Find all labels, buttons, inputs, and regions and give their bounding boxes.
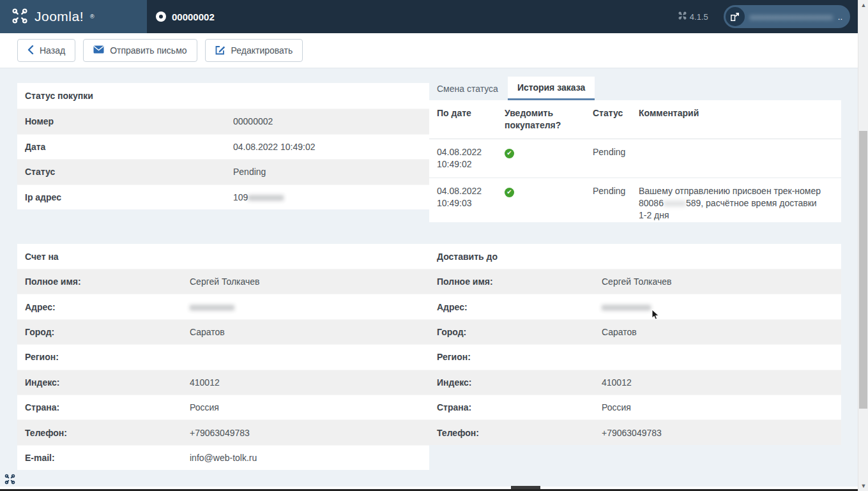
send-mail-button-label: Отправить письмо: [110, 45, 187, 56]
navbar-right: 4.1.5 xxxxxxxxxxxxxxxxxxxx ..: [678, 0, 868, 33]
tab-status-change-label: Смена статуса: [437, 84, 498, 94]
send-mail-button[interactable]: Отправить письмо: [83, 39, 197, 62]
brand-reg-mark: ®: [90, 13, 95, 20]
joomla-logo-icon: [11, 8, 28, 26]
brand-label: Joomla!: [34, 9, 84, 24]
billing-address-masked: xxxxxxxxxx: [190, 302, 234, 312]
tab-status-change[interactable]: Смена статуса: [429, 77, 508, 100]
shipping-region-row: Регион:: [429, 344, 841, 369]
record-icon: [156, 11, 166, 22]
billing-email-row: E-mail: info@web-tolk.ru: [17, 445, 429, 470]
shipping-city-row: Город: Саратов: [429, 319, 841, 344]
joomla-version: 4.1.5: [678, 11, 708, 22]
col-header-status: Статус: [593, 100, 639, 139]
row-label: Номер: [17, 116, 233, 126]
billing-title: Счет на: [17, 244, 429, 269]
history-comment: Вашему отправлению присвоен трек-номер 8…: [639, 178, 834, 229]
page-heading: 00000002: [147, 0, 215, 33]
row-label: Ip адрес: [17, 192, 233, 202]
ip-visible: 109: [233, 192, 248, 202]
purchase-status-panel: Статус покупки Номер 00000002 Дата 04.08…: [17, 83, 429, 209]
billing-address-row: Адрес: xxxxxxxxxx: [17, 294, 429, 319]
order-date-row: Дата 04.08.2022 10:49:02: [17, 134, 429, 160]
history-comment: [639, 139, 834, 178]
billing-country-row: Страна: Россия: [17, 395, 429, 419]
admin-navbar: Joomla!® 00000002: [0, 0, 868, 33]
history-row: 04.08.2022 10:49:02 ✔ Pending: [429, 139, 841, 178]
edit-button-label: Редактировать: [231, 45, 293, 56]
row-value: Pending: [233, 167, 266, 177]
shipping-address-masked: xxxxxxxxxxx: [602, 302, 651, 312]
check-circle-icon: ✔: [505, 188, 514, 197]
vertical-scrollbar[interactable]: ▲ ▼: [858, 0, 868, 491]
edit-button[interactable]: Редактировать: [205, 39, 303, 62]
scroll-up-arrow-icon[interactable]: ▲: [858, 0, 868, 10]
version-label: 4.1.5: [690, 12, 708, 22]
back-button[interactable]: Назад: [17, 39, 75, 62]
edit-pencil-icon: [215, 45, 225, 57]
history-date: 04.08.2022 10:49:03: [437, 178, 505, 229]
joomla-admin-order-screen: Joomla!® 00000002: [0, 0, 868, 491]
purchase-status-title: Статус покупки: [17, 83, 429, 109]
user-menu-button[interactable]: xxxxxxxxxxxxxxxxxxxx ..: [724, 5, 850, 28]
history-status: Pending: [593, 178, 639, 229]
joomla-brand-link[interactable]: Joomla!®: [0, 0, 147, 33]
envelope-icon: [93, 45, 104, 56]
billing-phone-row: Телефон: +79063049783: [17, 419, 429, 444]
order-toolbar: Назад Отправить письмо Редактировать: [0, 33, 868, 68]
billing-fullname-row: Полное имя: Сергей Толкачев: [17, 269, 429, 294]
shipping-address-row: Адрес: xxxxxxxxxxx: [429, 294, 841, 319]
order-history-panel: По дате Уведомить покупателя? Статус Ком…: [429, 100, 841, 222]
col-header-notify: Уведомить покупателя?: [505, 100, 593, 139]
shipping-zip-row: Индекс: 410012: [429, 370, 841, 395]
row-value: 04.08.2022 10:49:02: [233, 142, 315, 152]
back-button-label: Назад: [40, 45, 65, 56]
billing-region-row: Регион:: [17, 344, 429, 369]
shipping-fullname-row: Полное имя: Сергей Толкачев: [429, 269, 841, 294]
row-value: 00000002: [233, 116, 273, 126]
col-header-date: По дате: [437, 100, 505, 139]
scroll-down-arrow-icon[interactable]: ▼: [858, 481, 868, 491]
joomla-mini-logo-icon: [678, 11, 687, 22]
history-status: Pending: [593, 139, 639, 178]
shipping-country-row: Страна: Россия: [429, 395, 841, 419]
user-name-masked: xxxxxxxxxxxxxxxxxxxx: [750, 12, 833, 22]
billing-panel: Счет на Полное имя: Сергей Толкачев Адре…: [17, 244, 429, 470]
order-number-title: 00000002: [172, 11, 215, 22]
chevron-left-icon: [27, 45, 34, 56]
user-menu-ellipsis: ..: [838, 12, 842, 22]
shipping-phone-row: Телефон: +79063049783: [429, 419, 841, 444]
billing-zip-row: Индекс: 410012: [17, 370, 429, 395]
external-link-icon: [726, 7, 745, 26]
tab-order-history-label: История заказа: [517, 82, 585, 93]
order-number-row: Номер 00000002: [17, 109, 429, 134]
history-row: 04.08.2022 10:49:03 ✔ Pending Вашему отп…: [429, 178, 841, 229]
billing-city-row: Город: Саратов: [17, 319, 429, 344]
ip-address-row: Ip адрес 109 xxxxxxxx: [17, 185, 429, 210]
tab-order-history[interactable]: История заказа: [508, 77, 595, 100]
history-date: 04.08.2022 10:49:02: [437, 139, 505, 178]
shipping-panel: Доставить до Полное имя: Сергей Толкачев…: [429, 244, 841, 445]
check-circle-icon: ✔: [505, 149, 514, 158]
row-label: Дата: [17, 142, 233, 152]
history-table-header: По дате Уведомить покупателя? Статус Ком…: [429, 100, 841, 139]
row-label: Статус: [17, 167, 233, 177]
shipping-title: Доставить до: [429, 244, 841, 269]
order-status-row: Статус Pending: [17, 159, 429, 185]
footer-joomla-logo-icon: [4, 474, 15, 487]
scrollbar-thumb[interactable]: [859, 131, 867, 409]
track-number-masked: xxxxx: [664, 198, 686, 208]
col-header-comment: Комментарий: [639, 100, 834, 139]
order-tabs: Смена статуса История заказа: [429, 77, 595, 100]
ip-masked: xxxxxxxx: [248, 192, 284, 202]
